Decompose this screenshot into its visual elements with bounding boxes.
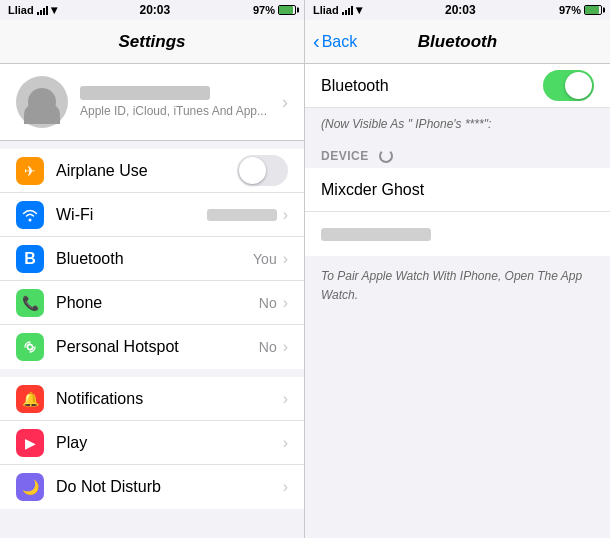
settings-item-play[interactable]: ▶ Play › (0, 421, 304, 465)
phone-label: Phone (56, 294, 259, 312)
bluetooth-label: Bluetooth (56, 250, 253, 268)
avatar (16, 76, 68, 128)
device-name-blur-1 (321, 228, 431, 241)
right-wifi-icon: ▾ (356, 3, 362, 17)
left-status-bar: Lliad ▾ 20:03 97% (0, 0, 304, 20)
right-battery-icon (584, 5, 602, 15)
right-carrier: Lliad ▾ (313, 3, 362, 17)
bluetooth-visible-section: (Now Visible As " IPhone's ****": (305, 108, 610, 140)
profile-section[interactable]: Apple ID, iCloud, iTunes And App... › (0, 64, 304, 141)
device-header: DEVICE (305, 140, 610, 168)
device-name-0: Mixcder Ghost (321, 181, 594, 199)
settings-item-airplane[interactable]: ✈ Airplane Use (0, 149, 304, 193)
right-nav-bar: ‹ Back Bluetooth (305, 20, 610, 64)
right-right-status: 97% (559, 4, 602, 16)
settings-group-1: ✈ Airplane Use Wi-Fi › B Bluetooth Yo (0, 149, 304, 369)
device-item-1[interactable] (305, 212, 610, 256)
bluetooth-footer: To Pair Apple Watch With IPhone, Open Th… (305, 256, 610, 314)
left-nav-bar: Settings (0, 20, 304, 64)
settings-group-2: 🔔 Notifications › ▶ Play › 🌙 Do Not Dist… (0, 377, 304, 509)
profile-name-blur (80, 86, 210, 100)
wifi-signal-icon: ▾ (51, 3, 57, 17)
phone-value: No (259, 295, 277, 311)
back-label: Back (322, 33, 358, 51)
hotspot-icon (16, 333, 44, 361)
airplane-label: Airplane Use (56, 162, 237, 180)
left-right-status: 97% (253, 4, 296, 16)
bluetooth-chevron-icon: › (283, 250, 288, 268)
left-signal-bars (37, 5, 48, 15)
hotspot-chevron-icon: › (283, 338, 288, 356)
wifi-value-blur (207, 209, 277, 221)
device-list: Mixcder Ghost (305, 168, 610, 256)
notifications-label: Notifications (56, 390, 283, 408)
notifications-chevron-icon: › (283, 390, 288, 408)
back-button[interactable]: ‹ Back (313, 32, 357, 51)
bluetooth-icon: B (16, 245, 44, 273)
profile-chevron-icon: › (282, 92, 288, 113)
device-spinner-icon (379, 149, 393, 163)
settings-item-notifications[interactable]: 🔔 Notifications › (0, 377, 304, 421)
settings-item-hotspot[interactable]: Personal Hotspot No › (0, 325, 304, 369)
wifi-icon (16, 201, 44, 229)
device-item-0[interactable]: Mixcder Ghost (305, 168, 610, 212)
left-panel: Lliad ▾ 20:03 97% Settings Apple ID, (0, 0, 305, 538)
device-section-label: DEVICE (321, 149, 369, 163)
left-nav-title: Settings (118, 32, 185, 52)
left-battery-pct: 97% (253, 4, 275, 16)
section-gap-1 (0, 369, 304, 377)
avatar-icon (28, 88, 56, 116)
bluetooth-visible-text: (Now Visible As " IPhone's ****": (321, 117, 491, 131)
right-nav-title: Bluetooth (418, 32, 497, 52)
left-time: 20:03 (139, 3, 170, 17)
right-time: 20:03 (445, 3, 476, 17)
bluetooth-footer-text: To Pair Apple Watch With IPhone, Open Th… (321, 269, 582, 302)
settings-item-bluetooth[interactable]: B Bluetooth You › (0, 237, 304, 281)
hotspot-value: No (259, 339, 277, 355)
hotspot-label: Personal Hotspot (56, 338, 259, 356)
profile-info: Apple ID, iCloud, iTunes And App... (80, 86, 282, 118)
settings-item-dnd[interactable]: 🌙 Do Not Disturb › (0, 465, 304, 509)
bluetooth-row[interactable]: Bluetooth (305, 64, 610, 108)
wifi-label: Wi-Fi (56, 206, 207, 224)
bluetooth-value: You (253, 251, 277, 267)
play-icon: ▶ (16, 429, 44, 457)
dnd-chevron-icon: › (283, 478, 288, 496)
dnd-icon: 🌙 (16, 473, 44, 501)
right-panel: Lliad ▾ 20:03 97% ‹ Back Bluetooth Bluet… (305, 0, 610, 538)
bluetooth-toggle[interactable] (543, 70, 594, 101)
play-label: Play (56, 434, 283, 452)
profile-subtitle: Apple ID, iCloud, iTunes And App... (80, 104, 282, 118)
right-battery-pct: 97% (559, 4, 581, 16)
wifi-chevron-icon: › (283, 206, 288, 224)
play-chevron-icon: › (283, 434, 288, 452)
phone-chevron-icon: › (283, 294, 288, 312)
left-carrier: Lliad ▾ (8, 3, 57, 17)
back-chevron-icon: ‹ (313, 31, 320, 51)
bluetooth-setting-label: Bluetooth (321, 77, 543, 95)
settings-item-wifi[interactable]: Wi-Fi › (0, 193, 304, 237)
settings-item-phone[interactable]: 📞 Phone No › (0, 281, 304, 325)
dnd-label: Do Not Disturb (56, 478, 283, 496)
right-signal-bars (342, 5, 353, 15)
left-battery-icon (278, 5, 296, 15)
right-status-bar: Lliad ▾ 20:03 97% (305, 0, 610, 20)
phone-icon: 📞 (16, 289, 44, 317)
airplane-icon: ✈ (16, 157, 44, 185)
airplane-toggle[interactable] (237, 155, 288, 186)
notifications-icon: 🔔 (16, 385, 44, 413)
